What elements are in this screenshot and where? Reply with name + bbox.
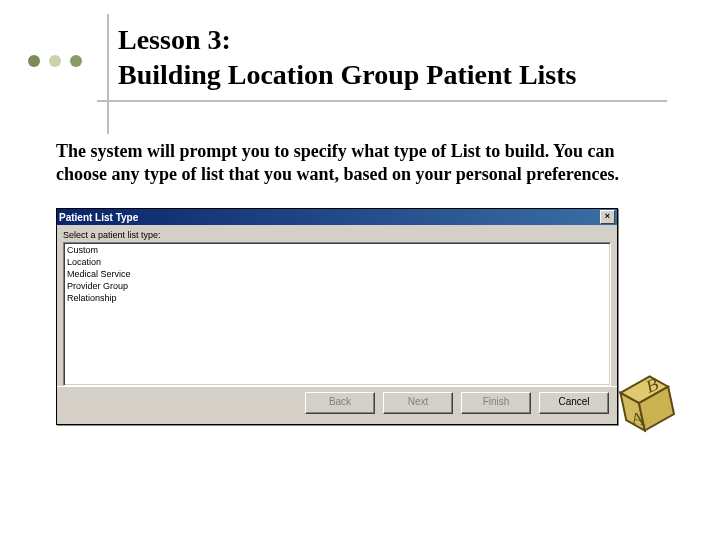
list-item[interactable]: Provider Group	[67, 280, 607, 292]
title-line-2: Building Location Group Patient Lists	[118, 59, 576, 90]
slide-title: Lesson 3: Building Location Group Patien…	[118, 22, 576, 92]
bullet-dot	[49, 55, 61, 67]
back-button[interactable]: Back	[305, 392, 375, 414]
finish-button[interactable]: Finish	[461, 392, 531, 414]
list-item[interactable]: Custom	[67, 244, 607, 256]
dialog-prompt: Select a patient list type:	[57, 225, 617, 242]
dialog-button-row: Back Next Finish Cancel	[57, 386, 617, 424]
title-line-1: Lesson 3:	[118, 24, 231, 55]
next-button[interactable]: Next	[383, 392, 453, 414]
close-button[interactable]: ×	[600, 210, 615, 224]
bullet-dot	[70, 55, 82, 67]
bullet-dot	[28, 55, 40, 67]
list-item[interactable]: Location	[67, 256, 607, 268]
cancel-button[interactable]: Cancel	[539, 392, 609, 414]
divider-vertical	[107, 14, 109, 134]
list-item[interactable]: Relationship	[67, 292, 607, 304]
abc-block-icon: A B	[604, 358, 684, 438]
list-item[interactable]: Medical Service	[67, 268, 607, 280]
patient-list-type-dialog: Patient List Type × Select a patient lis…	[56, 208, 618, 425]
dialog-titlebar: Patient List Type ×	[57, 209, 617, 225]
list-type-listbox[interactable]: Custom Location Medical Service Provider…	[63, 242, 611, 386]
divider-horizontal	[97, 100, 667, 102]
slide-body-text: The system will prompt you to specify wh…	[56, 140, 666, 185]
decorative-bullets	[28, 55, 82, 67]
dialog-title: Patient List Type	[59, 212, 138, 223]
